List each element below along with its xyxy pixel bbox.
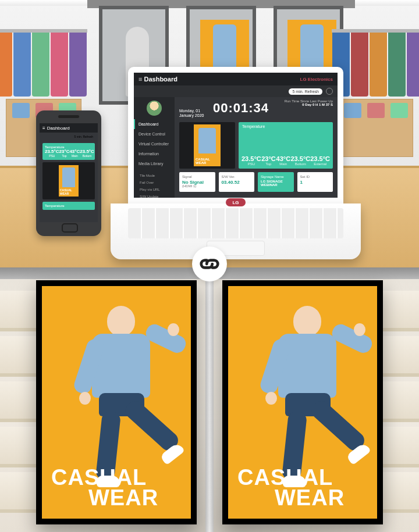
- phone-content-preview-tile[interactable]: CASUAL WEAR: [42, 162, 95, 199]
- laptop-screen: ≡ Dashboard LG Electronics 5 min. Refres…: [128, 67, 343, 203]
- model-illustration: [69, 306, 173, 480]
- digital-signage-right: CASUALWEAR: [222, 280, 383, 524]
- phone-temp-bottom: 23.5°CBottom: [80, 149, 94, 158]
- tile-signal[interactable]: Signal No Signal (HDMI 1): [179, 172, 215, 192]
- sidebar-item-virtual-controller[interactable]: Virtual Controller: [134, 139, 175, 149]
- dashboard-date: Monday, 01 January 2020: [179, 109, 207, 117]
- center-pillar: [205, 267, 214, 532]
- menu-icon[interactable]: ≡: [42, 126, 45, 131]
- ad-thumbnail: CASUAL WEAR: [194, 124, 221, 166]
- sidebar-item-media-library[interactable]: Media Library: [134, 159, 175, 169]
- dashboard-sidebar: Dashboard Device Control Virtual Control…: [134, 97, 175, 198]
- model-illustration: [255, 306, 360, 480]
- phone-ad-thumbnail: CASUAL WEAR: [59, 165, 79, 197]
- digital-signage-left: CASUALWEAR: [36, 280, 197, 524]
- sidebar-item-information[interactable]: Information: [134, 149, 175, 159]
- phone-dashboard-topbar: ≡Dashboard: [40, 123, 98, 133]
- top-store-scene: trend & CASUAL CASUAL ≡ Dashboard LG: [0, 0, 419, 267]
- signage-panel-right: CASUALWEAR: [228, 286, 377, 519]
- phone-temp-header-2: Temperature: [45, 204, 93, 208]
- sidebar-item-device-control[interactable]: Device Control: [134, 129, 175, 139]
- laptop-device: ≡ Dashboard LG Electronics 5 min. Refres…: [111, 67, 361, 262]
- smartphone-device: ≡Dashboard 5 min. Refresh Temperature 23…: [36, 110, 101, 236]
- power-icon[interactable]: [326, 88, 333, 95]
- dashboard-title: Dashboard: [144, 76, 177, 83]
- phone-refresh-pill[interactable]: 5 min. Refresh: [72, 134, 95, 139]
- sidebar-item-dashboard[interactable]: Dashboard: [134, 119, 175, 129]
- menu-icon[interactable]: ≡ Dashboard: [139, 76, 177, 83]
- sidebar-sub-fail-over[interactable]: Fail Over: [134, 179, 175, 186]
- tile-signage-name[interactable]: Signage Name LG SIGNAGE WEBINAR: [258, 172, 294, 192]
- temp-col-external: 23.5°CExternal: [310, 155, 330, 166]
- dashboard-app: ≡ Dashboard LG Electronics 5 min. Refres…: [134, 73, 338, 198]
- phone-dashboard-title: Dashboard: [47, 126, 70, 131]
- signage-headline-left: CASUALWEAR: [51, 467, 158, 508]
- tile-set-id[interactable]: Set ID 1: [297, 172, 333, 192]
- content-preview-tile[interactable]: CASUAL WEAR: [179, 122, 235, 169]
- sidebar-sub-tile-mode[interactable]: Tile Mode: [134, 172, 175, 179]
- temperature-header: Temperature: [242, 124, 265, 128]
- temp-col-bottom: 23.5°CBottom: [290, 155, 310, 166]
- sidebar-sub-play-url[interactable]: Play via URL: [134, 186, 175, 193]
- phone-temperature-tile[interactable]: Temperature 23.5°CPSU 23°CTop 43°CMain 2…: [42, 143, 95, 160]
- temp-col-psu: 23.5°CPSU: [242, 155, 261, 166]
- temp-col-top: 23°CTop: [261, 155, 276, 166]
- link-icon: [192, 247, 227, 281]
- phone-temperature-tile-2[interactable]: Temperature: [42, 202, 95, 210]
- laptop-keyboard: [111, 203, 361, 259]
- dashboard-subbar: 5 min. Refresh: [134, 85, 338, 97]
- refresh-pill[interactable]: 5 min. Refresh: [289, 88, 322, 95]
- user-avatar[interactable]: [147, 101, 162, 116]
- phone-temp-main: 43°CMain: [69, 149, 80, 158]
- temperature-tile[interactable]: Temperature 23.5°CPSU 23°CTop 43°CMain 2…: [239, 122, 333, 169]
- brand-label: LG Electronics: [300, 77, 333, 82]
- laptop-logo: LG: [226, 198, 246, 206]
- temp-col-main: 43°CMain: [276, 155, 290, 166]
- signage-panel-left: CASUALWEAR: [42, 286, 191, 519]
- phone-temp-top: 23°CTop: [59, 149, 70, 158]
- bottom-store-scene: CASUALWEAR CASUALWEAR: [0, 267, 419, 532]
- dashboard-clock: 00:01:34: [213, 101, 269, 116]
- signage-headline-right: CASUALWEAR: [237, 467, 345, 508]
- laptop-keys: [128, 208, 343, 238]
- tile-sw-ver[interactable]: S/W Ver. 03.40.52: [219, 172, 255, 192]
- phone-temp-psu: 23.5°CPSU: [45, 149, 59, 158]
- sidebar-sub-sw-update[interactable]: S/W Update: [134, 193, 175, 200]
- dashboard-topbar: ≡ Dashboard LG Electronics: [134, 73, 338, 85]
- phone-screen: ≡Dashboard 5 min. Refresh Temperature 23…: [40, 123, 98, 222]
- dashboard-main: Run Time Since Last Power Up 0 Day 0 H 1…: [175, 97, 338, 198]
- scene-root: trend & CASUAL CASUAL ≡ Dashboard LG: [0, 0, 419, 532]
- uptime-caption: Run Time Since Last Power Up 0 Day 0 H 1…: [285, 99, 333, 106]
